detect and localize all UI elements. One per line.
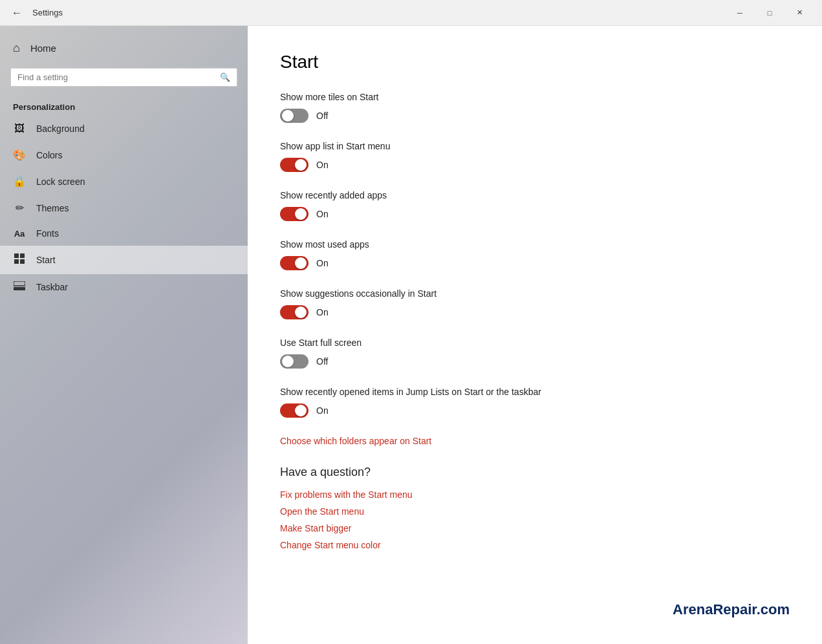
- toggle-recently-added[interactable]: [280, 207, 308, 221]
- setting-recently-opened-label: Show recently opened items in Jump Lists…: [280, 387, 790, 397]
- toggle-most-used[interactable]: [280, 256, 308, 270]
- setting-most-used-label: Show most used apps: [280, 239, 790, 250]
- search-icon: 🔍: [220, 72, 230, 82]
- sidebar-item-taskbar[interactable]: Taskbar: [0, 274, 248, 300]
- toggle-app-list[interactable]: [280, 158, 308, 172]
- toggle-recently-added-status: On: [316, 209, 329, 219]
- setting-full-screen-label: Use Start full screen: [280, 338, 790, 348]
- toggle-most-used-thumb: [295, 257, 307, 269]
- setting-app-list-label: Show app list in Start menu: [280, 141, 790, 151]
- setting-recently-added-label: Show recently added apps: [280, 190, 790, 200]
- back-button[interactable]: ←: [8, 4, 26, 22]
- sidebar-item-themes[interactable]: ✏ Themes: [0, 195, 248, 221]
- toggle-app-list-status: On: [316, 160, 329, 170]
- toggle-more-tiles-status: Off: [316, 111, 328, 121]
- sidebar-item-start-label: Start: [36, 255, 56, 265]
- fonts-icon: Aa: [13, 229, 26, 239]
- toggle-suggestions-status: On: [316, 307, 329, 317]
- svg-rect-2: [14, 259, 19, 264]
- close-button[interactable]: ✕: [784, 0, 814, 26]
- page-title: Start: [280, 52, 790, 72]
- toggle-full-screen-thumb: [282, 356, 294, 367]
- search-input[interactable]: [17, 72, 220, 82]
- setting-most-used: Show most used apps On: [280, 239, 790, 270]
- setting-more-tiles-label: Show more tiles on Start: [280, 92, 790, 102]
- titlebar: ← Settings ─ □ ✕: [0, 0, 822, 26]
- toggle-most-used-status: On: [316, 258, 329, 268]
- home-icon: ⌂: [13, 41, 20, 55]
- setting-suggestions: Show suggestions occasionally in Start O…: [280, 288, 790, 319]
- setting-suggestions-label: Show suggestions occasionally in Start: [280, 288, 790, 299]
- content-area: Start Show more tiles on Start Off Show …: [248, 26, 822, 644]
- sidebar-item-lock-screen[interactable]: 🔒 Lock screen: [0, 168, 248, 195]
- have-a-question-heading: Have a question?: [280, 466, 790, 479]
- choose-folders-link[interactable]: Choose which folders appear on Start: [280, 436, 790, 446]
- svg-rect-0: [14, 253, 19, 258]
- sidebar-item-background[interactable]: 🖼 Background: [0, 116, 248, 142]
- search-box[interactable]: 🔍: [10, 68, 237, 87]
- sidebar: ⌂ Home 🔍 Personalization 🖼 Background 🎨 …: [0, 26, 248, 644]
- svg-rect-4: [14, 287, 25, 290]
- toggle-recently-opened-thumb: [295, 405, 307, 416]
- setting-more-tiles: Show more tiles on Start Off: [280, 92, 790, 123]
- background-icon: 🖼: [13, 123, 26, 134]
- sidebar-item-colors[interactable]: 🎨 Colors: [0, 142, 248, 168]
- change-start-link[interactable]: Change Start menu color: [280, 540, 790, 550]
- sidebar-section-label: Personalization: [0, 97, 248, 116]
- svg-rect-1: [20, 253, 25, 258]
- lock-screen-icon: 🔒: [13, 175, 26, 188]
- sidebar-home-label: Home: [30, 43, 56, 54]
- open-start-link[interactable]: Open the Start menu: [280, 506, 790, 517]
- sidebar-item-fonts[interactable]: Aa Fonts: [0, 221, 248, 246]
- colors-icon: 🎨: [13, 149, 26, 161]
- maximize-button[interactable]: □: [755, 0, 784, 26]
- toggle-full-screen-status: Off: [316, 356, 328, 367]
- watermark: ArenaRepair.com: [673, 601, 790, 618]
- toggle-recently-opened[interactable]: [280, 403, 308, 418]
- toggle-full-screen[interactable]: [280, 354, 308, 369]
- setting-full-screen: Use Start full screen Off: [280, 338, 790, 369]
- fix-problems-link[interactable]: Fix problems with the Start menu: [280, 489, 790, 500]
- minimize-button[interactable]: ─: [725, 0, 755, 26]
- toggle-more-tiles-thumb: [282, 110, 294, 122]
- taskbar-icon: [13, 281, 26, 293]
- sidebar-item-taskbar-label: Taskbar: [36, 282, 68, 292]
- window-controls: ─ □ ✕: [725, 0, 814, 26]
- svg-rect-3: [20, 259, 25, 264]
- start-icon: [13, 253, 26, 267]
- sidebar-item-colors-label: Colors: [36, 150, 62, 160]
- setting-recently-added: Show recently added apps On: [280, 190, 790, 221]
- sidebar-item-themes-label: Themes: [36, 203, 69, 213]
- setting-recently-opened: Show recently opened items in Jump Lists…: [280, 387, 790, 418]
- toggle-recently-opened-status: On: [316, 405, 329, 416]
- toggle-suggestions-thumb: [295, 306, 307, 318]
- toggle-suggestions[interactable]: [280, 305, 308, 319]
- sidebar-home[interactable]: ⌂ Home: [0, 34, 248, 63]
- toggle-app-list-thumb: [295, 159, 307, 171]
- sidebar-item-lock-screen-label: Lock screen: [36, 177, 85, 187]
- setting-app-list: Show app list in Start menu On: [280, 141, 790, 172]
- themes-icon: ✏: [13, 202, 26, 214]
- toggle-more-tiles[interactable]: [280, 109, 308, 123]
- sidebar-item-background-label: Background: [36, 123, 85, 134]
- sidebar-item-start[interactable]: Start: [0, 246, 248, 274]
- toggle-recently-added-thumb: [295, 208, 307, 220]
- sidebar-item-fonts-label: Fonts: [36, 228, 59, 239]
- make-bigger-link[interactable]: Make Start bigger: [280, 523, 790, 533]
- main-layout: ⌂ Home 🔍 Personalization 🖼 Background 🎨 …: [0, 26, 822, 644]
- titlebar-title: Settings: [32, 8, 725, 17]
- svg-rect-5: [14, 281, 25, 286]
